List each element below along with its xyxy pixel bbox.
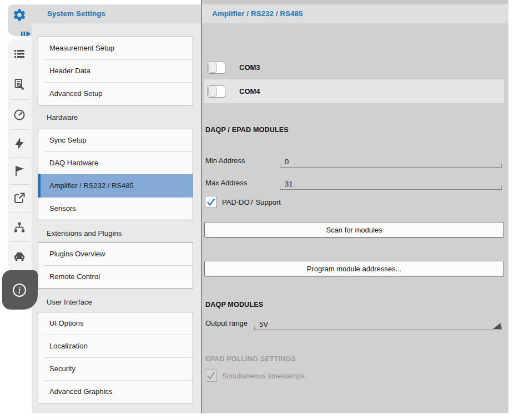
simultaneous-timestamps-checkbox (205, 370, 217, 382)
panel-divider (201, 0, 202, 413)
max-address-value: 31 (285, 180, 293, 188)
nav-group-hardware: Sync Setup DAQ Hardware Amplifier / RS23… (38, 129, 193, 220)
rail-separator (10, 184, 29, 185)
output-range-dropdown[interactable]: 5V (254, 316, 502, 330)
nav-item-sync-setup[interactable]: Sync Setup (38, 129, 193, 151)
nav-item-amplifier-rs232-rs485[interactable]: Amplifier / RS232 / RS485 (38, 174, 193, 198)
com4-toggle[interactable] (207, 85, 225, 98)
nav-group-label-extensions: Extensions and Plugins (47, 229, 201, 237)
daqp-modules-heading: DAQP MODULES (205, 301, 263, 308)
program-module-addresses-button[interactable]: Program module addresses... (204, 261, 504, 276)
min-address-label: Min Address (205, 156, 245, 165)
nav-panel-title: System Settings (32, 4, 201, 23)
fast-forward-icon (21, 29, 31, 39)
nav-item-daq-hardware[interactable]: DAQ Hardware (38, 152, 193, 174)
nav-group-general: Measurement Setup Header Data Advanced S… (38, 37, 193, 105)
vehicle-icon[interactable] (13, 250, 26, 263)
gauge-icon[interactable] (13, 108, 26, 122)
rail-separator (10, 157, 29, 158)
gear-icon (12, 8, 27, 24)
min-address-value: 0 (285, 158, 289, 166)
output-range-value: 5V (259, 320, 268, 328)
sidebar-tab-rail (8, 39, 32, 272)
max-address-input[interactable]: 31 (280, 175, 502, 190)
com3-label: COM3 (239, 63, 260, 72)
simultaneous-timestamps-label: Simultaneous timestamps (222, 372, 305, 380)
nav-item-sensors[interactable]: Sensors (38, 198, 193, 220)
output-range-label: Output range (205, 319, 248, 327)
nav-group-user-interface: UI Options Localization Security Advance… (38, 312, 193, 403)
export-icon[interactable] (13, 191, 26, 205)
nav-item-advanced-setup[interactable]: Advanced Setup (38, 83, 193, 105)
nav-panel: System Settings Measurement Setup Header… (32, 4, 201, 413)
nav-group-extensions: Plugins Overview Remote Control (38, 242, 193, 289)
nav-item-localization[interactable]: Localization (38, 335, 193, 357)
page-title: Amplifier / RS232 / RS485 (202, 4, 508, 23)
toggle-knob (208, 63, 217, 73)
rail-separator (10, 241, 29, 242)
right-panel-top-strip (202, 0, 508, 4)
tab-info[interactable]: i (2, 270, 38, 310)
nav-item-remote-control[interactable]: Remote Control (38, 266, 193, 288)
toggle-knob (208, 87, 217, 97)
svg-text:i: i (18, 286, 21, 295)
nav-item-plugins-overview[interactable]: Plugins Overview (38, 243, 193, 265)
pad-do7-checkbox[interactable] (205, 196, 217, 208)
scan-for-modules-button[interactable]: Scan for modules (204, 222, 504, 237)
max-address-label: Max Address (205, 179, 247, 187)
nav-item-measurement-setup[interactable]: Measurement Setup (38, 37, 193, 59)
epad-polling-settings-heading: EPAD POLLING SETTINGS (205, 355, 296, 363)
com3-toggle[interactable] (207, 62, 225, 74)
rail-separator (10, 129, 29, 130)
flag-icon[interactable] (13, 164, 26, 178)
power-bolt-icon[interactable] (13, 137, 26, 150)
nav-item-security[interactable]: Security (38, 358, 193, 380)
tab-settings[interactable] (8, 4, 32, 36)
channel-list-icon[interactable] (13, 47, 26, 60)
nav-item-header-data[interactable]: Header Data (38, 60, 193, 82)
settings-content: COM3 COM4 DAQP / EPAD MODULES Min Addres… (202, 23, 508, 413)
nav-group-label-user-interface: User Interface (47, 298, 201, 306)
pad-do7-label: PAD-DO7 Support (222, 198, 281, 206)
dropdown-arrow-icon (493, 323, 501, 329)
nav-group-label-hardware: Hardware (47, 113, 201, 122)
nav-item-ui-options[interactable]: UI Options (38, 312, 193, 335)
checkmark-icon (205, 196, 216, 208)
daqp-epad-modules-heading: DAQP / EPAD MODULES (205, 126, 289, 134)
com4-label: COM4 (239, 87, 260, 95)
min-address-input[interactable]: 0 (280, 153, 502, 168)
com4-row: COM4 (204, 79, 504, 103)
rail-separator (10, 69, 29, 69)
settings-window: i System Settings Measurement Setup Head… (0, 0, 514, 420)
info-icon: i (9, 282, 29, 298)
com3-row: COM3 (204, 55, 504, 79)
network-icon[interactable] (13, 221, 26, 234)
rail-separator (10, 99, 29, 100)
rail-separator (10, 212, 29, 213)
setup-wrench-icon[interactable] (13, 78, 26, 91)
checkmark-icon (205, 370, 216, 381)
nav-item-advanced-graphics[interactable]: Advanced Graphics (38, 381, 193, 403)
